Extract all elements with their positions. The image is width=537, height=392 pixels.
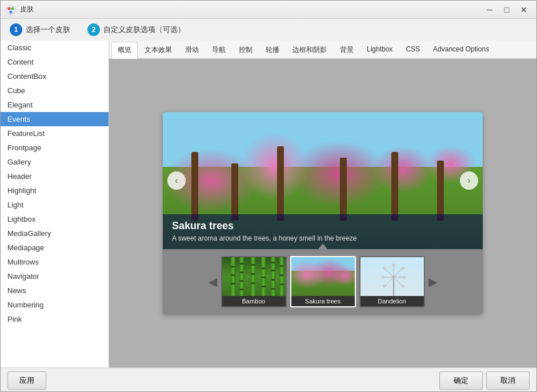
minimize-button[interactable]: ─ <box>482 3 498 16</box>
svg-point-1 <box>8 7 11 10</box>
svg-point-10 <box>403 276 406 278</box>
tab-css[interactable]: CSS <box>399 42 426 58</box>
maximize-button[interactable]: □ <box>499 3 515 16</box>
skin-list-container[interactable]: ClassicContentContentBoxCubeElegantEvent… <box>1 41 109 367</box>
tab-边框和阴影[interactable]: 边框和阴影 <box>286 42 333 58</box>
thumb-arrow <box>318 243 327 249</box>
skin-list-panel: ClassicContentContentBoxCubeElegantEvent… <box>1 41 109 367</box>
preview-area: ‹ › Sakura trees A sweet aroma around th… <box>109 59 536 367</box>
slide-caption-title: Sakura trees <box>172 220 474 232</box>
step2-circle: 2 <box>87 23 100 36</box>
tab-概览[interactable]: 概览 <box>111 42 138 59</box>
svg-point-19 <box>392 275 395 279</box>
skin-item-numbering[interactable]: Numbering <box>1 298 109 312</box>
thumbnails-wrapper: Bamboo Sakura trees <box>221 256 425 307</box>
bottom-bar: 应用 确定 取消 <box>1 367 536 392</box>
skin-item-elegant[interactable]: Elegant <box>1 98 109 112</box>
svg-point-14 <box>383 285 386 287</box>
cancel-button[interactable]: 取消 <box>486 371 530 390</box>
main-layout: 1 选择一个皮肤 2 自定义皮肤选项（可选） ClassicContentCon… <box>1 19 536 392</box>
slide-next-button[interactable]: › <box>460 171 478 190</box>
step2-item: 2 自定义皮肤选项（可选） <box>87 23 185 36</box>
skin-item-multirows[interactable]: Multirows <box>1 255 109 269</box>
thumb-next-button[interactable]: ▶ <box>425 274 441 290</box>
slide-prev-button[interactable]: ‹ <box>167 171 186 190</box>
slide-caption-desc: A sweet aroma around the trees, a honey … <box>172 234 474 242</box>
skin-item-news[interactable]: News <box>1 283 109 298</box>
skin-item-header[interactable]: Header <box>1 169 109 183</box>
close-button[interactable]: ✕ <box>516 3 532 16</box>
skin-item-mediagallery[interactable]: MediaGallery <box>1 226 109 241</box>
svg-line-13 <box>385 277 394 286</box>
tree-trunk-5 <box>391 152 398 221</box>
svg-line-11 <box>394 277 402 286</box>
skin-item-events[interactable]: Events <box>1 112 109 126</box>
tree-trunk-1 <box>191 152 198 221</box>
skin-item-featurelist[interactable]: FeatureList <box>1 126 109 141</box>
step1-circle: 1 <box>10 23 22 36</box>
svg-point-18 <box>383 267 386 269</box>
tab-文本效果[interactable]: 文本效果 <box>138 42 178 58</box>
ok-button[interactable]: 确定 <box>439 371 483 390</box>
thumb-prev-button[interactable]: ◀ <box>205 274 221 290</box>
skin-item-classic[interactable]: Classic <box>1 41 109 55</box>
thumb-sakura-label: Sakura trees <box>291 296 355 306</box>
tab-轮播[interactable]: 轮播 <box>259 42 286 58</box>
skin-item-mediapage[interactable]: Mediapage <box>1 241 109 255</box>
window-controls: ─ □ ✕ <box>482 3 532 16</box>
right-panel: 概览文本效果滑动导航控制轮播边框和阴影背景LightboxCSSAdvanced… <box>109 41 536 367</box>
content-area: ClassicContentContentBoxCubeElegantEvent… <box>1 41 536 367</box>
thumb-bamboo-label: Bamboo <box>222 296 286 306</box>
svg-point-8 <box>402 267 404 269</box>
tree-trunk-6 <box>437 161 444 221</box>
skin-item-gallery[interactable]: Gallery <box>1 155 109 169</box>
title-bar: 皮肤 ─ □ ✕ <box>1 1 536 19</box>
svg-point-3 <box>10 10 13 13</box>
step2-label: 自定义皮肤选项（可选） <box>103 25 185 35</box>
tree-trunk-2 <box>231 163 238 221</box>
thumb-sakura[interactable]: Sakura trees <box>290 256 356 307</box>
svg-point-12 <box>402 285 404 287</box>
slider-container: ‹ › Sakura trees A sweet aroma around th… <box>163 112 483 314</box>
skin-item-highlight[interactable]: Highlight <box>1 183 109 198</box>
apply-button[interactable]: 应用 <box>7 371 46 390</box>
main-slide: ‹ › Sakura trees A sweet aroma around th… <box>163 112 483 249</box>
step1-item: 1 选择一个皮肤 <box>10 23 70 36</box>
thumb-dandelion-label: Dandelion <box>360 296 424 306</box>
step1-label: 选择一个皮肤 <box>26 25 70 35</box>
svg-point-2 <box>11 7 14 10</box>
tab-背景[interactable]: 背景 <box>334 42 360 58</box>
tab-advanced-options[interactable]: Advanced Options <box>427 42 495 58</box>
tree-trunk-4 <box>340 158 347 221</box>
tab-lightbox[interactable]: Lightbox <box>360 42 399 58</box>
thumb-bamboo[interactable]: Bamboo <box>221 256 287 307</box>
thumb-dandelion[interactable]: Dandelion <box>359 256 425 307</box>
svg-line-17 <box>385 269 394 277</box>
app-title: 皮肤 <box>20 5 482 14</box>
svg-point-16 <box>382 276 384 278</box>
skin-item-frontpage[interactable]: Frontpage <box>1 141 109 155</box>
svg-line-7 <box>394 269 402 277</box>
skin-item-cube[interactable]: Cube <box>1 83 109 98</box>
skin-item-light[interactable]: Light <box>1 198 109 212</box>
skin-item-lightbox[interactable]: Lightbox <box>1 212 109 226</box>
svg-point-6 <box>392 264 395 266</box>
step-header: 1 选择一个皮肤 2 自定义皮肤选项（可选） <box>1 19 536 41</box>
skin-item-pink[interactable]: Pink <box>1 312 109 326</box>
app-icon <box>5 4 17 15</box>
tab-控制[interactable]: 控制 <box>233 42 259 58</box>
skin-item-contentbox[interactable]: ContentBox <box>1 69 109 83</box>
tree-trunk-3 <box>277 146 284 221</box>
skin-item-navigator[interactable]: Navigator <box>1 269 109 283</box>
skin-item-content[interactable]: Content <box>1 55 109 69</box>
thumbnail-strip: ◀ <box>163 249 483 314</box>
tabs-bar: 概览文本效果滑动导航控制轮播边框和阴影背景LightboxCSSAdvanced… <box>109 41 536 59</box>
tab-导航[interactable]: 导航 <box>206 42 232 58</box>
tab-滑动[interactable]: 滑动 <box>179 42 205 58</box>
dandelion-svg <box>371 257 416 296</box>
